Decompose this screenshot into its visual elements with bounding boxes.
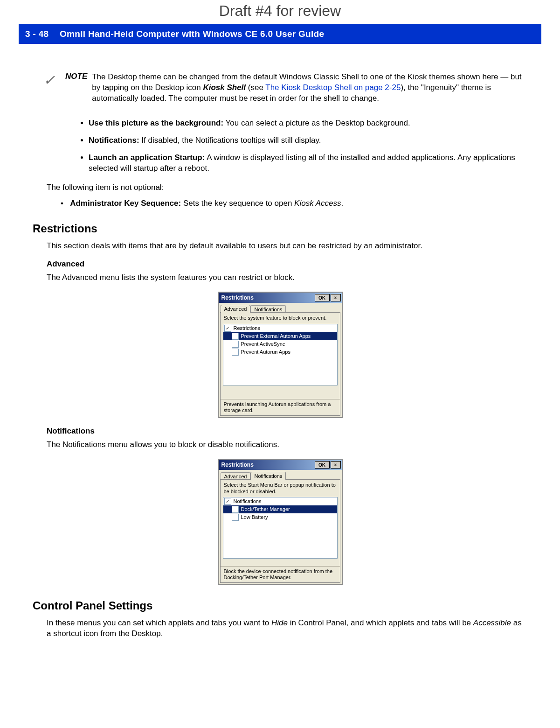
advanced-text: The Advanced menu lists the system featu… — [47, 273, 527, 283]
dialog-titlebar: Restrictions OK × — [219, 460, 342, 470]
tree-item[interactable]: Prevent ActiveSync — [223, 340, 337, 348]
dialog-tabs: Advanced Notifications — [219, 470, 342, 479]
close-button[interactable]: × — [331, 461, 341, 469]
page-number: 3 - 48 — [25, 29, 48, 39]
tree-item[interactable]: Low Battery — [223, 513, 337, 521]
status-text: Prevents launching Autorun applications … — [221, 399, 340, 415]
bullet-rest: If disabled, the Notifications tooltips … — [139, 136, 321, 145]
restrictions-dialog-advanced: Restrictions OK × Advanced Notifications… — [218, 292, 343, 418]
content: ✓ NOTE The Desktop theme can be changed … — [19, 72, 541, 639]
tree-root[interactable]: ✓Restrictions — [223, 324, 337, 332]
tree-root[interactable]: ✓Notifications — [223, 497, 337, 505]
control-panel-text: In these menus you can set which applets… — [47, 618, 527, 639]
tree-item[interactable]: Prevent Autorun Apps — [223, 348, 337, 356]
advanced-figure: Restrictions OK × Advanced Notifications… — [33, 292, 527, 418]
list-item: Use this picture as the background: You … — [89, 118, 527, 129]
tab-advanced[interactable]: Advanced — [221, 305, 251, 313]
admin-key-bullet: • Administrator Key Sequence: Sets the k… — [61, 199, 527, 208]
page: Draft #4 for review 3 - 48 Omnii Hand-He… — [0, 0, 560, 673]
feature-bullets: Use this picture as the background: You … — [70, 118, 527, 174]
dialog-instruction: Select the system feature to block or pr… — [221, 313, 340, 323]
note-block: ✓ NOTE The Desktop theme can be changed … — [33, 72, 527, 104]
restrictions-heading: Restrictions — [33, 222, 527, 235]
tree-list[interactable]: ✓Restrictions Prevent External Autorun A… — [223, 324, 338, 385]
dialog-tabs: Advanced Notifications — [219, 303, 342, 312]
bullet-lead: Launch an application Startup: — [89, 153, 205, 162]
header-bar: 3 - 48 Omnii Hand-Held Computer with Win… — [19, 24, 541, 44]
checkbox-icon[interactable] — [232, 333, 239, 340]
kiosk-shell-term: Kiosk Shell — [203, 83, 246, 92]
tree-item[interactable]: Dock/Tether Manager — [223, 505, 337, 513]
close-button[interactable]: × — [331, 294, 341, 301]
checkbox-icon[interactable] — [232, 514, 239, 521]
ok-button[interactable]: OK — [315, 461, 330, 469]
kiosk-desktop-link[interactable]: The Kiosk Desktop Shell on page 2-25 — [265, 83, 401, 92]
cp-text-mid: in Control Panel, and which applets and … — [288, 618, 473, 627]
bullet-lead: Notifications: — [89, 136, 139, 145]
note-text: The Desktop theme can be changed from th… — [92, 72, 527, 104]
guide-title: Omnii Hand-Held Computer with Windows CE… — [60, 29, 324, 39]
not-optional-intro: The following item is not optional: — [47, 182, 527, 193]
dialog-body: Select the system feature to block or pr… — [220, 312, 340, 416]
dialog-titlebar: Restrictions OK × — [219, 293, 342, 303]
admin-key-rest: Sets the key sequence to open — [181, 199, 294, 208]
restrictions-intro: This section deals with items that are b… — [47, 241, 527, 252]
tree-root-label: Notifications — [234, 498, 262, 504]
checkbox-icon[interactable]: ✓ — [224, 325, 231, 332]
dialog-title: Restrictions — [221, 294, 314, 301]
tree-item-label: Dock/Tether Manager — [241, 506, 290, 512]
tree-item-label: Prevent External Autorun Apps — [241, 333, 311, 339]
cp-text-pre: In these menus you can set which applets… — [47, 618, 271, 627]
bullet-rest: You can select a picture as the Desktop … — [223, 119, 410, 127]
tree-item-label: Prevent Autorun Apps — [241, 349, 290, 355]
admin-key-tail: . — [341, 199, 344, 208]
list-item: Notifications: If disabled, the Notifica… — [89, 135, 527, 146]
notifications-text: The Notifications menu allows you to blo… — [47, 440, 527, 450]
ok-button[interactable]: OK — [315, 294, 330, 301]
draft-header: Draft #4 for review — [19, 0, 541, 24]
cp-accessible: Accessible — [473, 618, 511, 627]
restrictions-dialog-notifications: Restrictions OK × Advanced Notifications… — [218, 459, 343, 585]
note-label: NOTE — [65, 72, 92, 81]
dialog-instruction: Select the Start Menu Bar or popup notif… — [221, 480, 340, 497]
bullet-lead: Use this picture as the background: — [89, 119, 223, 127]
tree-item-label: Prevent ActiveSync — [241, 341, 285, 347]
tree-list[interactable]: ✓Notifications Dock/Tether Manager Low B… — [223, 497, 338, 559]
list-item: Launch an application Startup: A window … — [89, 153, 527, 174]
checkbox-icon[interactable]: ✓ — [224, 498, 231, 505]
admin-key-lead: Administrator Key Sequence: — [70, 199, 181, 208]
tree-item-label: Low Battery — [241, 514, 268, 520]
advanced-heading: Advanced — [47, 259, 527, 269]
note-text-mid: (see — [246, 83, 265, 92]
checkbox-icon[interactable] — [232, 349, 239, 356]
checkmark-icon: ✓ — [33, 72, 65, 88]
checkbox-icon[interactable] — [232, 341, 239, 348]
cp-hide: Hide — [271, 618, 288, 627]
tree-item[interactable]: Prevent External Autorun Apps — [223, 332, 337, 340]
tab-notifications[interactable]: Notifications — [250, 472, 286, 480]
notifications-figure: Restrictions OK × Advanced Notifications… — [33, 459, 527, 585]
admin-key-italic: Kiosk Access — [294, 199, 341, 208]
dialog-body: Select the Start Menu Bar or popup notif… — [220, 479, 340, 583]
control-panel-heading: Control Panel Settings — [33, 599, 527, 612]
tree-root-label: Restrictions — [234, 325, 260, 331]
status-text: Block the device-connected notification … — [221, 566, 340, 582]
notifications-heading: Notifications — [47, 427, 527, 436]
checkbox-icon[interactable] — [232, 506, 239, 513]
dialog-title: Restrictions — [221, 462, 314, 468]
